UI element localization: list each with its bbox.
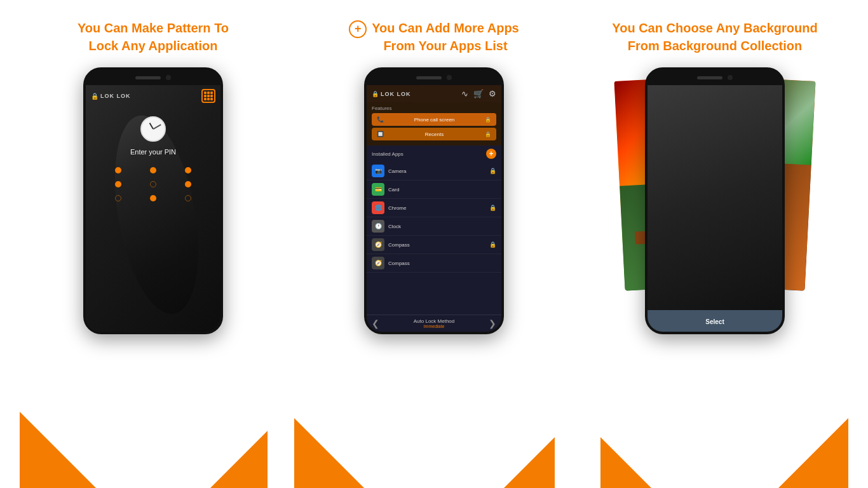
auto-lock-info: Auto Lock Method Immediate bbox=[414, 318, 454, 329]
phone-2: 🔒 LOK LOK ∿ 🛒 ⚙ Features 📞 bbox=[364, 67, 504, 334]
triangle-decoration-left-2 bbox=[294, 418, 364, 488]
feature-title-1: You Can Make Pattern To Lock Any Applica… bbox=[78, 19, 229, 55]
compass-name-2: Compass bbox=[388, 261, 410, 266]
pin-dot-1 bbox=[115, 167, 121, 173]
feature-title-2: + You Can Add More Apps From Your Apps L… bbox=[349, 19, 519, 55]
app-list-item-clock: 🕐 Clock bbox=[367, 217, 501, 236]
app-item-left-6: 🧭 Compass bbox=[372, 257, 410, 269]
feature-phone-call: Phone call screen bbox=[414, 117, 455, 123]
phone-1: 🔒 LOK LOK bbox=[83, 67, 223, 334]
app-list-screen: 🔒 LOK LOK ∿ 🛒 ⚙ Features 📞 bbox=[367, 85, 501, 332]
app-item-left-1: 📷 Camera bbox=[372, 165, 406, 177]
triangle-decoration-right-1 bbox=[210, 431, 268, 488]
app-logo-2: 🔒 LOK LOK bbox=[372, 91, 411, 97]
app-logo-1: 🔒 LOK LOK bbox=[91, 93, 131, 100]
feature-title-3: You Can Choose Any Background From Backg… bbox=[612, 19, 817, 55]
app-list-item-card: 💳 Card bbox=[367, 180, 501, 199]
main-container: You Can Make Pattern To Lock Any Applica… bbox=[0, 0, 868, 488]
phone-screen-2: 🔒 LOK LOK ∿ 🛒 ⚙ Features 📞 bbox=[367, 85, 501, 332]
compass-name-1: Compass bbox=[388, 242, 410, 248]
features-section: Features 📞 Phone call screen 🔒 🔲 Recents… bbox=[367, 102, 501, 146]
phone-camera-2 bbox=[447, 75, 452, 80]
installed-apps-section: Installed Apps + 📷 Camera 🔒 bbox=[367, 146, 501, 315]
triangle-decoration-right-3 bbox=[778, 418, 848, 488]
phone-speaker-3 bbox=[697, 76, 722, 79]
chrome-icon: 🌐 bbox=[372, 201, 384, 214]
clock-widget bbox=[140, 116, 166, 142]
compass-icon-2: 🧭 bbox=[372, 257, 384, 269]
clock-name: Clock bbox=[388, 224, 401, 229]
camera-lock: 🔒 bbox=[489, 168, 496, 174]
select-button-label[interactable]: Select bbox=[705, 318, 724, 325]
phone-camera-1 bbox=[166, 75, 171, 80]
lock-screen: 🔒 LOK LOK bbox=[86, 85, 220, 332]
triangle-decoration-right-2 bbox=[504, 437, 555, 488]
app-name-2: LOK LOK bbox=[381, 91, 411, 97]
bg-select-bar: Select bbox=[648, 310, 782, 332]
bg-leaf-center bbox=[648, 85, 782, 310]
lock-icon: 🔒 bbox=[91, 93, 98, 100]
phone-3: Select bbox=[645, 67, 785, 334]
phone-camera-3 bbox=[728, 75, 733, 80]
app-list-item-camera: 📷 Camera 🔒 bbox=[367, 162, 501, 180]
pin-dot-7 bbox=[115, 195, 121, 201]
pin-prompt: Enter your PIN bbox=[130, 148, 176, 156]
share-icon: ∿ bbox=[461, 89, 468, 98]
pin-dot-5 bbox=[150, 181, 156, 187]
installed-label: Installed Apps bbox=[372, 151, 403, 157]
pin-dot-6 bbox=[185, 181, 191, 187]
compass-lock-1: 🔒 bbox=[489, 241, 496, 248]
bg-main-leaf bbox=[648, 85, 782, 310]
lock-header: 🔒 LOK LOK bbox=[86, 85, 220, 107]
lock-icon-2: 🔒 bbox=[372, 91, 379, 97]
app-item-left-2: 💳 Card bbox=[372, 183, 399, 196]
chevron-left-icon[interactable]: ❮ bbox=[372, 318, 379, 329]
camera-icon: 📷 bbox=[372, 165, 384, 177]
phone-top-bar-3 bbox=[648, 70, 782, 85]
phone-top-bar-2 bbox=[367, 70, 501, 85]
grid-icon bbox=[201, 89, 215, 103]
features-label: Features bbox=[372, 105, 496, 111]
app-item-left-5: 🧭 Compass bbox=[372, 238, 410, 251]
phone-speaker-1 bbox=[135, 76, 161, 79]
feature-item-1: 📞 Phone call screen 🔒 bbox=[372, 113, 496, 126]
bottom-bar: ❮ Auto Lock Method Immediate ❯ bbox=[367, 315, 501, 332]
plus-circle-icon: + bbox=[349, 20, 367, 38]
clock-icon: 🕐 bbox=[372, 220, 384, 233]
auto-lock-value: Immediate bbox=[414, 324, 454, 329]
installed-label-row: Installed Apps + bbox=[367, 146, 501, 162]
clock-face bbox=[140, 116, 166, 142]
app-list-item-compass2: 🧭 Compass bbox=[367, 254, 501, 273]
triangle-decoration-left-1 bbox=[20, 412, 96, 488]
card-icon: 💳 bbox=[372, 183, 384, 196]
auto-lock-label: Auto Lock Method bbox=[414, 318, 454, 324]
chrome-name: Chrome bbox=[388, 205, 406, 211]
pin-dot-4 bbox=[115, 181, 121, 187]
feature-column-3: You Can Choose Any Background From Backg… bbox=[581, 19, 848, 488]
camera-name: Camera bbox=[388, 168, 406, 174]
chrome-lock: 🔒 bbox=[489, 205, 496, 211]
header-icons: ∿ 🛒 ⚙ bbox=[461, 89, 496, 98]
pin-dot-2 bbox=[150, 167, 156, 173]
bg-chooser-screen: Select bbox=[648, 85, 782, 332]
compass-icon-1: 🧭 bbox=[372, 238, 384, 251]
app-screen-header: 🔒 LOK LOK ∿ 🛒 ⚙ bbox=[367, 85, 501, 102]
feature-item-2: 🔲 Recents 🔒 bbox=[372, 128, 496, 140]
feature-lock-1: 🔒 bbox=[485, 117, 491, 123]
feature-lock-2: 🔒 bbox=[485, 132, 491, 137]
app-item-left-4: 🕐 Clock bbox=[372, 220, 401, 233]
phone-3-wrapper: Select bbox=[645, 67, 785, 334]
add-app-button[interactable]: + bbox=[486, 149, 496, 159]
pin-dot-8 bbox=[150, 195, 156, 201]
title-with-icon: + You Can Add More Apps From Your Apps L… bbox=[349, 19, 519, 55]
clock-minute-hand bbox=[153, 124, 161, 129]
phone-screen-3: Select bbox=[648, 85, 782, 332]
phone-top-bar-1 bbox=[86, 70, 220, 85]
app-list-item-compass1: 🧭 Compass 🔒 bbox=[367, 236, 501, 254]
chevron-right-icon[interactable]: ❯ bbox=[489, 318, 496, 329]
triangle-decoration-left-3 bbox=[600, 437, 651, 488]
pin-dots bbox=[86, 167, 220, 201]
feature-recents: Recents bbox=[425, 132, 444, 137]
cart-icon: 🛒 bbox=[473, 89, 484, 98]
app-list-item-chrome: 🌐 Chrome 🔒 bbox=[367, 199, 501, 217]
